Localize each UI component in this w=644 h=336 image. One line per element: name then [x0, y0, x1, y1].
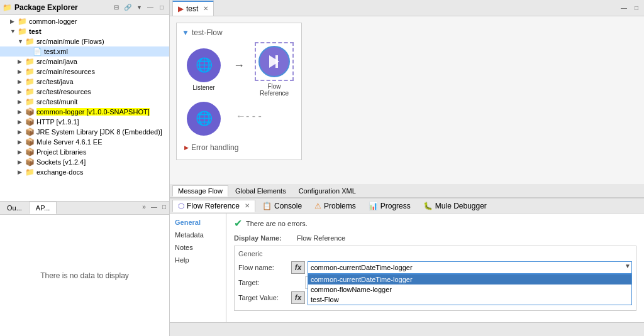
tree-item-test[interactable]: ▼ 📁 test	[0, 26, 169, 36]
tree-item-src-main-mule[interactable]: ▼ 📁 src/main/mule (Flows)	[0, 36, 169, 46]
main-tab-close[interactable]: ✕	[203, 5, 208, 12]
lower-left-panel: Ou... AP... » — □ There is no data to di…	[0, 201, 170, 336]
flow-name-fx-button[interactable]: fx	[291, 261, 305, 274]
jar-icon: 📦	[25, 107, 35, 116]
sidebar-item-metadata[interactable]: Metadata	[170, 229, 226, 241]
main-tab-test[interactable]: ▶ test ✕	[172, 1, 214, 16]
folder-icon: 📁	[25, 87, 35, 96]
window-controls: — □	[619, 3, 641, 13]
flow-reference-node[interactable]: Flow Reference	[252, 42, 296, 97]
display-name-label: Display Name:	[234, 234, 297, 242]
tree-item-exchange-docs[interactable]: ▶ 📁 exchange-docs	[0, 167, 169, 177]
sockets-icon: 📦	[25, 158, 35, 166]
flow-reference-circle	[258, 46, 290, 77]
debugger-tab-label: Mule Debugger	[435, 202, 487, 210]
folder-icon: 📁	[18, 27, 27, 36]
collapse-all-button[interactable]: ⊟	[111, 3, 121, 13]
tree-item-http[interactable]: ▶ 📦 HTTP [v1.9.1]	[0, 117, 169, 127]
flow-row: 🌐 Listener →	[182, 42, 296, 97]
outline-tab[interactable]: Ou...	[0, 202, 29, 214]
flow-container: ▼ test-Flow 🌐 Listener →	[176, 23, 302, 160]
flow-name-select[interactable]: common-currentDateTime-logger common-flo…	[308, 261, 632, 274]
folder-icon: 📁	[25, 67, 35, 76]
folder-icon: 📁	[18, 17, 27, 26]
flow-reference-label: Flow Reference	[252, 83, 296, 97]
tree-item-src-test-java[interactable]: ▶ 📁 src/test/java	[0, 77, 169, 87]
minimize-lower-left-button[interactable]: —	[149, 202, 159, 212]
generic-section-title: Generic	[238, 250, 632, 257]
status-text: There are no errors.	[246, 220, 308, 227]
panel-menu-button[interactable]: ▾	[134, 3, 144, 13]
expand-arrow: ▶	[18, 79, 25, 85]
tree-item-test-xml[interactable]: ▶ 📄 test.xml	[0, 46, 169, 57]
sidebar-item-general[interactable]: General	[170, 216, 226, 229]
flow-name-row: Flow name: fx common-currentDateTime-log…	[238, 261, 632, 274]
error-handling-label: Error handling	[191, 143, 238, 152]
dropdown-item-3[interactable]: test-Flow	[308, 295, 631, 305]
minimize-panel-button[interactable]: —	[145, 3, 155, 13]
second-listener-node[interactable]: 🌐	[182, 102, 226, 136]
maximize-lower-left-button[interactable]: □	[159, 202, 169, 212]
tree-item-sockets[interactable]: ▶ 📦 Sockets [v1.2.4]	[0, 157, 169, 167]
tab-console[interactable]: 📋 Console	[257, 200, 308, 212]
tree-item-common-logger[interactable]: ▶ 📁 common-logger	[0, 16, 169, 26]
expand-arrow: ▶	[18, 109, 25, 115]
problems-tab-label: Problems	[324, 202, 356, 210]
package-explorer-header: 📁 Package Explorer ⊟ 🔗 ▾ — □	[0, 0, 169, 15]
folder-icon: 📁	[25, 77, 35, 86]
display-name-value: Flow Reference	[297, 234, 345, 242]
minimize-button[interactable]: —	[619, 3, 629, 13]
listener-label: Listener	[192, 84, 215, 91]
jre-icon: 📦	[25, 127, 35, 136]
tab-problems[interactable]: ⚠ Problems	[309, 200, 362, 212]
expand-arrow: ▶	[18, 169, 25, 175]
expand-lower-left-button[interactable]: »	[139, 202, 149, 212]
tree-item-src-test-munit[interactable]: ▶ 📁 src/test/munit	[0, 97, 169, 107]
tab-mule-debugger[interactable]: 🐛 Mule Debugger	[418, 200, 492, 212]
progress-tab-label: Progress	[380, 202, 411, 210]
flow-ref-tab-label: Flow Reference	[187, 202, 240, 210]
target-value-label: Target Value:	[238, 294, 289, 301]
flow-collapse-arrow[interactable]: ▼	[182, 28, 189, 37]
error-handling[interactable]: ▶ Error handling	[182, 141, 296, 154]
tree-item-common-logger-snapshot[interactable]: ▶ 📦 common-logger [v1.0.0-SNAPSHOT]	[0, 107, 169, 117]
flow-title: ▼ test-Flow	[182, 28, 296, 37]
tab-progress[interactable]: 📊 Progress	[363, 200, 416, 212]
tree-item-project-libs[interactable]: ▶ 📦 Project Libraries	[0, 147, 169, 157]
flow-ref-tab-close[interactable]: ✕	[245, 202, 250, 209]
target-label: Target:	[238, 279, 289, 286]
flow-name-select-container: common-currentDateTime-logger common-flo…	[308, 261, 632, 274]
tab-flow-reference[interactable]: ⬡ Flow Reference ✕	[172, 200, 255, 212]
api-tab[interactable]: AP...	[29, 202, 57, 214]
libs-icon: 📦	[25, 148, 35, 156]
sidebar-item-notes[interactable]: Notes	[170, 241, 226, 254]
debugger-tab-icon: 🐛	[423, 202, 433, 210]
dropdown-item-1[interactable]: common-currentDateTime-logger	[308, 274, 631, 285]
main-tab-label: test	[186, 4, 198, 13]
tree-item-src-main-resources[interactable]: ▶ 📁 src/main/resources	[0, 67, 169, 77]
dropdown-item-2[interactable]: common-flowName-logger	[308, 285, 631, 295]
props-sidebar: General Metadata Notes Help	[170, 214, 226, 336]
maximize-button[interactable]: □	[631, 3, 641, 13]
folder-icon: 📁	[3, 3, 12, 12]
properties-content: General Metadata Notes Help ✔ There are …	[170, 214, 644, 336]
flow-reference-selection	[255, 42, 294, 81]
maximize-panel-button[interactable]: □	[157, 3, 167, 13]
tree-item-mule-server[interactable]: ▶ 📦 Mule Server 4.6.1 EE	[0, 137, 169, 147]
flow-name-label: Flow name:	[238, 264, 289, 271]
progress-tab-icon: 📊	[369, 202, 378, 210]
tree-item-src-main-java[interactable]: ▶ 📁 src/main/java	[0, 57, 169, 67]
panel-title-label: Package Explorer	[14, 3, 78, 12]
tree-item-jre[interactable]: ▶ 📦 JRE System Library [JDK 8 (Embedded)…	[0, 127, 169, 137]
canvas-tab-global-elements[interactable]: Global Elements	[230, 185, 292, 197]
target-value-fx-button[interactable]: fx	[291, 291, 305, 304]
expand-arrow: ▶	[18, 58, 25, 65]
link-with-editor-button[interactable]: 🔗	[123, 3, 133, 13]
canvas-tab-configuration-xml[interactable]: Configuration XML	[293, 185, 362, 197]
sidebar-item-help[interactable]: Help	[170, 254, 226, 266]
flow-ref-tab-icon: ⬡	[178, 202, 184, 210]
canvas-tab-message-flow[interactable]: Message Flow	[172, 185, 228, 197]
tree-item-src-test-resources[interactable]: ▶ 📁 src/test/resources	[0, 87, 169, 97]
listener-node[interactable]: 🌐 Listener	[182, 48, 226, 91]
flow-name-label: test-Flow	[192, 28, 223, 37]
